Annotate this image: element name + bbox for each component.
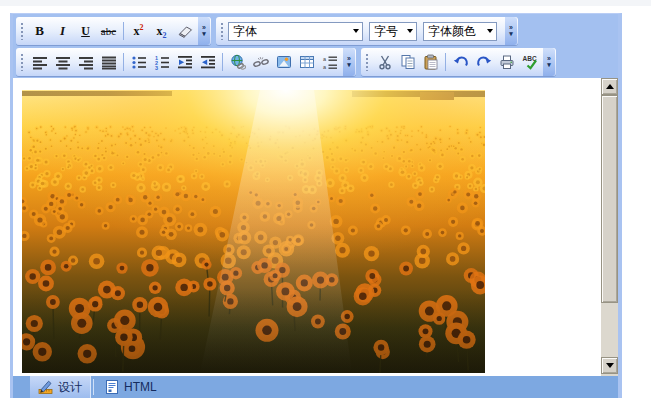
chevron-down-icon: ▾ — [509, 31, 513, 37]
indent-decrease-icon — [200, 54, 216, 70]
tab-design-label: 设计 — [58, 379, 82, 396]
spellcheck-button[interactable]: ABC — [518, 51, 541, 73]
align-justify-button[interactable] — [97, 51, 120, 73]
remove-link-button[interactable] — [249, 51, 272, 73]
toolbar-row-1: B I U abc x2 x2 — [16, 17, 618, 45]
combo-arrow-icon — [404, 29, 416, 33]
undo-arrow-icon — [453, 54, 469, 70]
insert-image-button[interactable] — [272, 51, 295, 73]
cut-button[interactable] — [373, 51, 396, 73]
tab-html-label: HTML — [124, 380, 157, 394]
font-size-value: 字号 — [370, 23, 404, 40]
rich-text-editor: B I U abc x2 x2 — [10, 13, 622, 398]
horizontal-rule-button[interactable]: a a — [318, 51, 341, 73]
scroll-up-button[interactable] — [601, 78, 618, 95]
eraser-icon — [177, 23, 193, 39]
toolbar-drag-handle[interactable] — [220, 22, 225, 40]
outdent-button[interactable] — [196, 51, 219, 73]
toolbar-row-2: 1 2 3 — [16, 48, 618, 76]
remove-format-button[interactable] — [173, 20, 196, 42]
horizontal-rule-icon: a a — [322, 54, 338, 70]
subscript-button[interactable]: x2 — [150, 20, 173, 42]
format-group: B I U abc x2 x2 — [16, 17, 211, 45]
align-left-icon — [32, 54, 48, 70]
font-group: 字体 字号 字体颜色 »▾ — [216, 17, 518, 45]
indent-increase-icon — [177, 54, 193, 70]
font-color-combo[interactable]: 字体颜色 — [423, 22, 497, 41]
hyperlink-globe-icon — [230, 54, 246, 70]
underline-icon: U — [81, 24, 90, 39]
bold-button[interactable]: B — [28, 20, 51, 42]
arrow-down-icon — [606, 363, 614, 368]
toolbar-options-button[interactable]: »▾ — [543, 48, 555, 76]
tab-separator — [93, 379, 94, 395]
italic-button[interactable]: I — [51, 20, 74, 42]
paste-button[interactable] — [419, 51, 442, 73]
insert-table-button[interactable] — [295, 51, 318, 73]
editor-content-row — [13, 78, 618, 376]
chevron-down-icon: ▾ — [547, 62, 551, 68]
align-right-icon — [78, 54, 94, 70]
strikethrough-icon: abc — [101, 25, 116, 37]
superscript-button[interactable]: x2 — [127, 20, 150, 42]
toolbar-separator — [222, 53, 223, 71]
redo-arrow-icon — [476, 54, 492, 70]
combo-arrow-icon — [484, 29, 496, 33]
bullet-list-button[interactable] — [127, 51, 150, 73]
html-source-icon — [104, 379, 120, 395]
copy-button[interactable] — [396, 51, 419, 73]
toolbar-options-button[interactable]: »▾ — [505, 17, 517, 45]
scroll-down-button[interactable] — [601, 357, 618, 374]
align-justify-icon — [101, 54, 117, 70]
underline-button[interactable]: U — [74, 20, 97, 42]
vertical-scrollbar[interactable] — [601, 78, 618, 376]
clipboard-group: ABC »▾ — [361, 48, 556, 76]
italic-icon: I — [60, 23, 65, 39]
table-icon — [299, 54, 315, 70]
superscript-icon: x2 — [134, 24, 144, 39]
toolbar-options-button[interactable]: »▾ — [198, 17, 210, 45]
align-center-button[interactable] — [51, 51, 74, 73]
scroll-thumb[interactable] — [601, 95, 618, 303]
toolbar-options-button[interactable]: »▾ — [343, 48, 355, 76]
toolbar-drag-handle[interactable] — [20, 53, 25, 71]
editor-toolbar: B I U abc x2 x2 — [13, 14, 618, 78]
bold-icon: B — [35, 23, 44, 39]
tab-design[interactable]: 设计 — [30, 376, 91, 398]
strikethrough-button[interactable]: abc — [97, 20, 120, 42]
toolbar-drag-handle[interactable] — [365, 53, 370, 71]
font-size-combo[interactable]: 字号 — [369, 22, 417, 41]
hr-letter: a — [323, 56, 327, 62]
toolbar-separator — [123, 22, 124, 40]
align-center-icon — [55, 54, 71, 70]
chevron-down-icon: ▾ — [202, 31, 206, 37]
redo-button[interactable] — [472, 51, 495, 73]
subscript-mark: 2 — [163, 31, 167, 40]
hr-letter: a — [323, 64, 327, 70]
paste-clipboard-icon — [423, 54, 439, 70]
scissors-icon — [377, 54, 393, 70]
font-family-combo[interactable]: 字体 — [228, 22, 363, 41]
paragraph-insert-group: 1 2 3 — [16, 48, 356, 76]
numbered-list-button[interactable]: 1 2 3 — [150, 51, 173, 73]
toolbar-drag-handle[interactable] — [20, 22, 25, 40]
spellcheck-abc-icon: ABC — [522, 54, 538, 70]
sunflower-image[interactable] — [22, 90, 485, 373]
insert-link-button[interactable] — [226, 51, 249, 73]
align-right-button[interactable] — [74, 51, 97, 73]
undo-button[interactable] — [449, 51, 472, 73]
image-icon — [276, 54, 292, 70]
view-tab-bar: 设计 HTML — [13, 376, 618, 398]
print-button[interactable] — [495, 51, 518, 73]
tab-html[interactable]: HTML — [96, 376, 165, 398]
editor-canvas[interactable] — [13, 78, 601, 376]
design-pencil-ruler-icon — [38, 379, 54, 395]
arrow-up-icon — [606, 84, 614, 89]
page: { "toolbar": { "format": { "bold": "B", … — [0, 0, 651, 416]
font-color-value: 字体颜色 — [424, 23, 484, 40]
copy-pages-icon — [400, 54, 416, 70]
toolbar-separator — [445, 53, 446, 71]
indent-button[interactable] — [173, 51, 196, 73]
align-left-button[interactable] — [28, 51, 51, 73]
combo-arrow-icon — [350, 29, 362, 33]
